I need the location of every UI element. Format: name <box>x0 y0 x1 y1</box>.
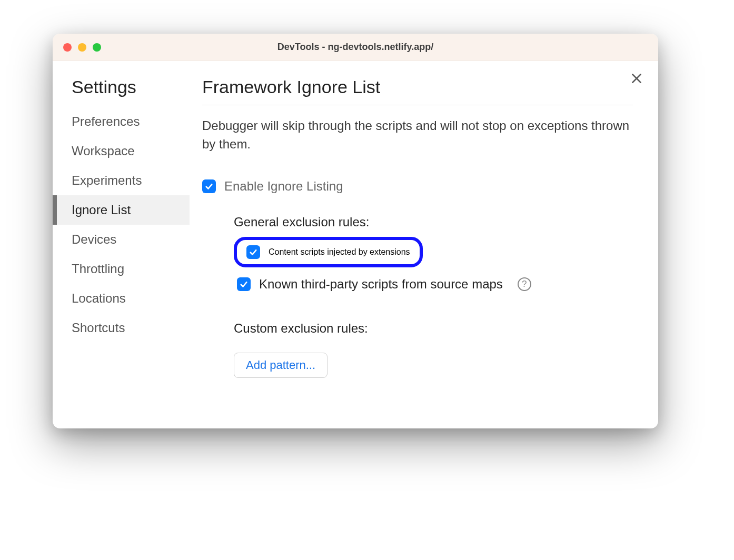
window-zoom-button[interactable] <box>93 43 101 52</box>
window-close-button[interactable] <box>63 43 72 52</box>
window-titlebar: DevTools - ng-devtools.netlify.app/ <box>53 34 658 61</box>
general-rules-label: General exclusion rules: <box>234 215 633 229</box>
add-pattern-button[interactable]: Add pattern... <box>234 353 328 378</box>
enable-ignore-listing-label: Enable Ignore Listing <box>224 179 343 194</box>
custom-rules-label: Custom exclusion rules: <box>234 321 633 336</box>
sidebar-item-label: Preferences <box>72 114 140 128</box>
third-party-row[interactable]: Known third-party scripts from source ma… <box>234 277 633 292</box>
sidebar-item-experiments[interactable]: Experiments <box>53 166 190 195</box>
third-party-label: Known third-party scripts from source ma… <box>259 277 503 292</box>
sidebar-item-label: Workspace <box>72 144 135 158</box>
sidebar-item-ignore-list[interactable]: Ignore List <box>53 195 190 225</box>
help-icon[interactable]: ? <box>518 277 531 291</box>
sidebar-item-label: Locations <box>72 291 126 305</box>
settings-sidebar: Settings Preferences Workspace Experimen… <box>53 61 190 428</box>
sidebar-item-shortcuts[interactable]: Shortcuts <box>53 313 190 343</box>
general-rules-section: General exclusion rules: Content scripts… <box>202 215 633 378</box>
sidebar-item-throttling[interactable]: Throttling <box>53 254 190 284</box>
enable-ignore-listing-checkbox[interactable] <box>202 179 216 193</box>
page-title: Framework Ignore List <box>202 77 633 105</box>
sidebar-item-locations[interactable]: Locations <box>53 284 190 313</box>
third-party-checkbox[interactable] <box>237 277 251 291</box>
sidebar-item-label: Experiments <box>72 173 142 187</box>
settings-body: Settings Preferences Workspace Experimen… <box>53 61 658 428</box>
settings-title: Settings <box>53 77 190 107</box>
close-icon[interactable] <box>630 72 643 87</box>
content-scripts-label: Content scripts injected by extensions <box>269 247 410 257</box>
sidebar-item-workspace[interactable]: Workspace <box>53 136 190 166</box>
page-description: Debugger will skip through the scripts a… <box>202 117 633 154</box>
sidebar-item-preferences[interactable]: Preferences <box>53 107 190 136</box>
sidebar-item-label: Throttling <box>72 262 124 276</box>
content-scripts-highlight: Content scripts injected by extensions <box>234 237 423 267</box>
devtools-settings-window: DevTools - ng-devtools.netlify.app/ Sett… <box>53 34 658 428</box>
custom-rules-section: Custom exclusion rules: Add pattern... <box>234 321 633 378</box>
settings-main: Framework Ignore List Debugger will skip… <box>190 61 658 428</box>
sidebar-item-label: Shortcuts <box>72 321 125 335</box>
content-scripts-checkbox[interactable] <box>246 245 260 259</box>
sidebar-item-label: Ignore List <box>72 203 131 217</box>
sidebar-item-devices[interactable]: Devices <box>53 225 190 254</box>
window-minimize-button[interactable] <box>78 43 86 52</box>
traffic-lights <box>63 43 101 52</box>
enable-ignore-listing-row[interactable]: Enable Ignore Listing <box>202 179 633 194</box>
window-title: DevTools - ng-devtools.netlify.app/ <box>53 42 658 53</box>
sidebar-item-label: Devices <box>72 232 116 246</box>
